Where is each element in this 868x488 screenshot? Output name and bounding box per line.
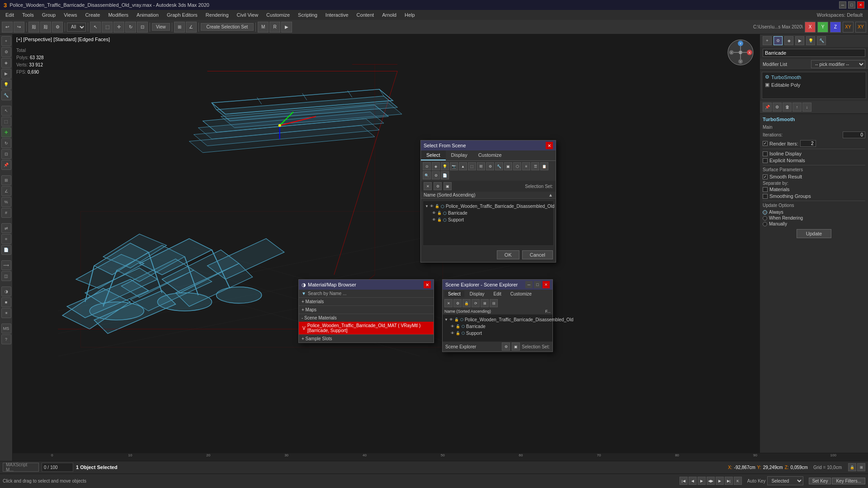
always-option[interactable]: Always (763, 210, 865, 215)
sfs-tab-display[interactable]: Display (446, 150, 473, 160)
set-key-button[interactable]: Set Key (809, 478, 831, 484)
modifier-turbosmoooth[interactable]: ⚙ TurboSmooth (763, 73, 865, 81)
sfs-cancel-button[interactable]: Cancel (522, 250, 553, 259)
go-end-btn[interactable]: ▶| (725, 477, 733, 485)
rp-hierarchy[interactable]: ◈ (784, 36, 793, 45)
se-tab-select[interactable]: Select (444, 291, 464, 297)
isoline-cb[interactable] (763, 151, 768, 156)
prev-frame-btn[interactable]: ◀ (689, 477, 697, 485)
sfs-btn-16[interactable]: ⚙ (432, 171, 440, 179)
grid-icon-status[interactable]: ⊞ (857, 463, 865, 471)
sfs-tree-root[interactable]: ▼ 👁 🔓 ⬡ Police_Wooden_Traffic_Barricade_… (425, 203, 552, 210)
menu-edit[interactable]: Edit (2, 11, 18, 19)
rotate-tool[interactable]: ↻ (125, 22, 136, 33)
menu-interactive[interactable]: Interactive (322, 11, 352, 19)
menu-create[interactable]: Create (81, 11, 104, 19)
menu-views[interactable]: Views (60, 11, 80, 19)
mat-section-maps[interactable]: + Maps (299, 305, 434, 314)
key-mode-btn[interactable]: K (734, 477, 742, 485)
time-slider[interactable]: 0 / 100 (42, 463, 73, 472)
sfs-btn-7[interactable]: ⛓ (477, 162, 485, 170)
menu-help[interactable]: Help (401, 11, 419, 19)
mat-section-samples[interactable]: + Sample Slots (299, 334, 434, 343)
sfs-btn-11[interactable]: ⬡ (513, 162, 521, 170)
materials-cb[interactable] (763, 187, 768, 192)
snap-toggle[interactable]: ⊞ (174, 22, 185, 33)
manually-radio[interactable] (763, 222, 767, 226)
select-region-left[interactable]: ⬚ (1, 117, 11, 127)
xyz-x[interactable]: X (805, 22, 816, 33)
layer-manager[interactable]: 📄 (1, 245, 11, 255)
menu-scripting[interactable]: Scripting (294, 11, 321, 19)
menu-content[interactable]: Content (353, 11, 378, 19)
maxscript[interactable]: MS (1, 324, 11, 333)
select-tool[interactable]: ↖ (1, 106, 11, 116)
sfs-btn-14[interactable]: 📋 (540, 162, 548, 170)
menu-arnold[interactable]: Arnold (378, 11, 400, 19)
workspace-selector[interactable]: Workspaces: Default (813, 11, 866, 19)
name-input[interactable] (763, 49, 865, 57)
place-tool[interactable]: 📌 (1, 160, 11, 170)
sfs-filter1-btn[interactable]: ⚙ (434, 182, 442, 190)
sfs-tab-customize[interactable]: Customize (473, 150, 507, 160)
select-region[interactable]: ⬚ (102, 22, 113, 33)
pin-icon[interactable]: 📌 (763, 103, 772, 112)
material-editor-left[interactable]: ◑ (1, 286, 11, 296)
sfs-btn-10[interactable]: ▣ (504, 162, 512, 170)
render-frame[interactable]: ▶ (281, 22, 292, 33)
scale-left[interactable]: ⊡ (1, 149, 11, 159)
rp-display[interactable]: 💡 (806, 36, 815, 45)
explicit-normals-cb[interactable] (763, 158, 768, 163)
maximize-button[interactable]: □ (848, 1, 855, 9)
update-button[interactable]: Update (797, 229, 831, 238)
sfs-btn-1[interactable]: ⊙ (423, 162, 431, 170)
rp-modify[interactable]: ⚙ (774, 36, 783, 45)
play-back-btn[interactable]: ◀▶ (707, 477, 715, 485)
rp-utilities[interactable]: 🔧 (817, 36, 826, 45)
bind-spacewarp[interactable]: ⚙ (52, 22, 63, 33)
align[interactable]: ≡ (1, 234, 11, 244)
spinner-snap[interactable]: # (1, 208, 11, 218)
angle-snap[interactable]: ∠ (186, 22, 197, 33)
se-maximize-btn[interactable]: □ (534, 281, 541, 288)
when-rendering-option[interactable]: When Rendering (763, 216, 865, 221)
render-iters-cb[interactable]: ✓ (763, 141, 768, 146)
undo-button[interactable]: ↩ (2, 22, 13, 33)
move-tool[interactable]: ✛ (113, 22, 124, 33)
rotate-left[interactable]: ↻ (1, 138, 11, 148)
sfs-tab-select[interactable]: Select (421, 150, 446, 160)
lock-icon-status[interactable]: 🔒 (848, 463, 856, 471)
sfs-btn-9[interactable]: 🔧 (495, 162, 503, 170)
render-left[interactable]: ■ (1, 297, 11, 307)
menu-modifiers[interactable]: Modifiers (104, 11, 132, 19)
modify-panel[interactable]: ⚙ (1, 47, 11, 57)
play-btn[interactable]: ▶ (698, 477, 706, 485)
sfs-btn-4[interactable]: 📷 (450, 162, 458, 170)
modifier-editable-poly[interactable]: ▣ Editable Poly (763, 81, 865, 89)
se-minus-btn[interactable]: ─ (525, 281, 533, 288)
select-link[interactable]: ⛓ (28, 22, 39, 33)
se-footer-icon1[interactable]: ⚙ (502, 343, 510, 351)
sfs-support-item[interactable]: 👁 🔓 ⬡ Support (432, 216, 552, 223)
material-editor[interactable]: M (258, 22, 269, 33)
se-filter-btn[interactable]: ⚙ (453, 299, 462, 307)
rp-motion[interactable]: ▶ (795, 36, 804, 45)
key-filters-button[interactable]: Key Filters... (832, 478, 865, 484)
scale-tool[interactable]: ⊡ (137, 22, 148, 33)
mat-section-scene[interactable]: - Scene Materials (299, 314, 434, 322)
menu-tools[interactable]: Tools (19, 11, 38, 19)
sfs-btn-6[interactable]: ⬚ (468, 162, 476, 170)
maxscript-area[interactable]: MAXScript M... (3, 463, 39, 472)
sfs-btn-12[interactable]: ≡ (522, 162, 530, 170)
title-bar-controls[interactable]: ─ □ ✕ (839, 1, 864, 9)
se-barricade-item[interactable]: 👁 🔓 ⬡ Barricade (451, 323, 551, 330)
menu-rendering[interactable]: Rendering (202, 11, 232, 19)
sfs-barricade-item[interactable]: 👁 🔓 ⬡ Barricade (432, 210, 552, 216)
create-panel[interactable]: + (1, 36, 11, 46)
se-collapse-btn[interactable]: ⊟ (490, 299, 498, 307)
xyz-y[interactable]: Y (817, 22, 828, 33)
menu-animation[interactable]: Animation (133, 11, 162, 19)
select-obj[interactable]: ↖ (90, 22, 101, 33)
hierarchy-panel[interactable]: ◈ (1, 58, 11, 68)
mat-browser-close[interactable]: ✕ (424, 281, 431, 288)
